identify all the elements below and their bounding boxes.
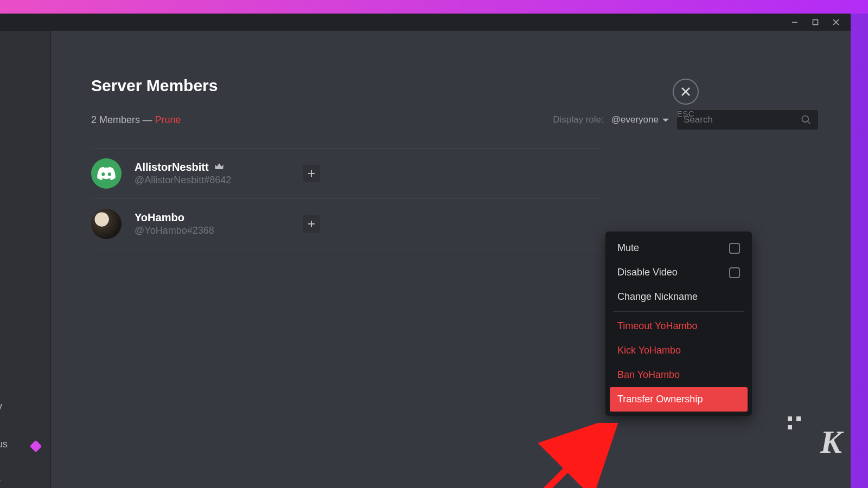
menu-separator [613,311,744,312]
browser-chrome-gradient [0,0,868,14]
member-name: AllistorNesbitt [135,161,209,174]
menu-label: Mute [617,242,639,254]
menu-label: Disable Video [617,267,678,278]
menu-disable-video[interactable]: Disable Video [610,260,748,285]
window-maximize-button[interactable] [805,15,826,30]
display-role-label: Display role: [553,114,604,125]
avatar[interactable] [91,158,122,189]
menu-kick[interactable]: Kick YoHambo [610,338,748,363]
member-tag: @YoHambo#2368 [135,225,601,236]
menu-label: Kick YoHambo [617,345,681,356]
member-count-block: 2 Members — Prune [91,114,181,126]
menu-transfer-ownership[interactable]: Transfer Ownership [610,387,748,412]
search-icon [801,114,812,125]
window-titlebar [0,14,851,31]
member-info: YoHambo @YoHambo#2368 [135,211,601,236]
member-row[interactable]: AllistorNesbitt @AllistorNesbitt#8642 [91,148,601,199]
member-row[interactable]: YoHambo @YoHambo#2368 [91,199,601,249]
avatar[interactable] [91,209,122,239]
toolbar-row: 2 Members — Prune Display role: @everyon… [91,110,818,130]
role-select[interactable]: @everyone [611,114,669,125]
maximize-icon [812,18,819,26]
member-context-menu: Mute Disable Video Change Nickname Timeo… [605,232,752,416]
add-role-button[interactable] [303,165,320,182]
close-icon [832,18,840,26]
menu-label: Transfer Ownership [617,394,703,405]
add-role-button[interactable] [303,215,320,233]
sidebar-item-fragment[interactable]: r [0,477,1,488]
menu-label: Timeout YoHambo [617,320,697,332]
member-info: AllistorNesbitt @AllistorNesbitt#8642 [135,161,601,186]
sidebar-item-fragment[interactable]: us [0,439,8,450]
member-list: AllistorNesbitt @AllistorNesbitt#8642 [91,148,601,249]
watermark-logo: K [820,423,841,461]
member-count: 2 Members [91,114,140,125]
menu-ban[interactable]: Ban YoHambo [610,363,748,387]
settings-sidebar: y us r [0,31,51,488]
close-button[interactable] [673,79,699,105]
menu-timeout[interactable]: Timeout YoHambo [610,314,748,338]
sidebar-item-fragment[interactable]: y [0,401,2,412]
prune-link[interactable]: Prune [155,114,181,125]
discord-logo-icon [97,166,116,181]
separator: — [142,114,155,125]
close-panel: ESC [673,79,699,118]
watermark-dots [788,416,801,429]
minimize-icon [791,18,799,26]
menu-label: Change Nickname [617,291,698,303]
window-close-button[interactable] [826,15,846,30]
esc-label: ESC [677,109,694,118]
window-minimize-button[interactable] [784,15,805,30]
chevron-down-icon [662,116,669,124]
menu-mute[interactable]: Mute [610,236,748,260]
menu-label: Ban YoHambo [617,369,680,381]
role-selected-value: @everyone [611,114,659,125]
svg-rect-1 [813,20,818,25]
plus-icon [307,169,316,178]
boost-gem-icon [30,440,42,453]
member-name: YoHambo [135,211,184,224]
plus-icon [307,220,316,228]
member-tag: @AllistorNesbitt#8642 [135,175,601,186]
search-input[interactable] [684,114,792,125]
page-title: Server Members [91,76,818,95]
checkbox-icon[interactable] [729,267,740,278]
menu-change-nickname[interactable]: Change Nickname [610,285,748,309]
close-icon [680,86,692,98]
checkbox-icon[interactable] [729,243,740,254]
owner-crown-icon [214,163,224,172]
